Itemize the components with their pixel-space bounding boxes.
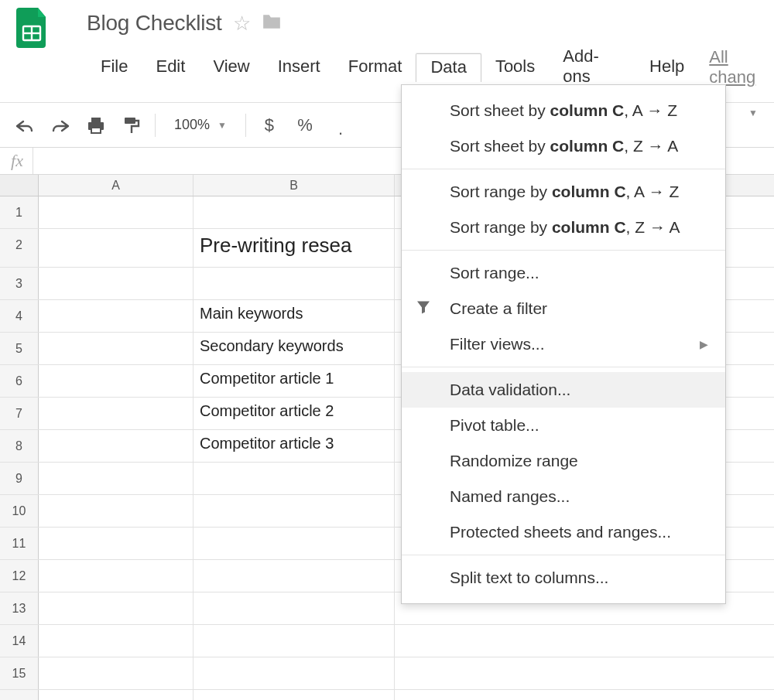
row-header[interactable]: 1 — [0, 196, 39, 228]
cell[interactable] — [194, 463, 395, 494]
row-header[interactable]: 7 — [0, 398, 39, 429]
cell-b2[interactable]: Pre-writing resea — [194, 229, 395, 267]
menu-separator — [402, 367, 725, 367]
menu-filter-views[interactable]: Filter views... ▶ — [402, 326, 725, 362]
row-header[interactable]: 8 — [0, 430, 39, 462]
document-title[interactable]: Blog Checklist — [87, 11, 222, 36]
row-header[interactable]: 12 — [0, 560, 39, 592]
logo-and-title-wrapper — [14, 9, 60, 46]
format-currency-button[interactable]: $ — [254, 111, 285, 139]
format-decimal-button[interactable]: . — [325, 111, 356, 139]
menu-sort-range-za[interactable]: Sort range by column C, Z → A — [402, 210, 725, 245]
menu-create-filter[interactable]: Create a filter — [402, 291, 725, 326]
cell[interactable] — [39, 495, 194, 527]
toolbar-overflow-button[interactable]: ▼ — [740, 99, 766, 127]
cell[interactable] — [194, 625, 395, 657]
menu-randomize-range[interactable]: Randomize range — [402, 443, 725, 479]
paint-format-button[interactable] — [116, 111, 147, 139]
row-header[interactable]: 9 — [0, 463, 39, 494]
menu-help[interactable]: Help — [635, 53, 698, 81]
cell[interactable] — [39, 560, 194, 592]
cell[interactable] — [194, 528, 395, 559]
cell[interactable] — [194, 592, 395, 624]
menu-sort-sheet-za[interactable]: Sort sheet by column C, Z → A — [402, 128, 725, 164]
cell[interactable] — [39, 365, 194, 397]
cell[interactable] — [194, 196, 395, 228]
cell[interactable] — [39, 229, 194, 267]
menu-data-validation[interactable]: Data validation... — [402, 372, 725, 408]
cell[interactable] — [39, 463, 194, 494]
menu-view[interactable]: View — [199, 53, 263, 81]
cell-b5[interactable]: Secondary keywords — [194, 333, 395, 364]
cell[interactable] — [194, 690, 395, 700]
chevron-down-icon: ▼ — [748, 108, 758, 118]
menu-separator — [402, 555, 725, 555]
zoom-value: 100% — [174, 117, 210, 133]
cell[interactable] — [39, 333, 194, 364]
menu-sort-range-az[interactable]: Sort range by column C, A → Z — [402, 174, 725, 210]
print-button[interactable] — [80, 111, 111, 139]
row-header[interactable]: 16 — [0, 690, 39, 700]
cell[interactable] — [39, 657, 194, 689]
undo-button[interactable] — [9, 111, 40, 139]
menu-format[interactable]: Format — [334, 53, 416, 81]
menu-edit[interactable]: Edit — [142, 53, 199, 81]
menu-sort-sheet-az[interactable]: Sort sheet by column C, A → Z — [402, 93, 725, 128]
menu-pivot-table[interactable]: Pivot table... — [402, 408, 725, 443]
menu-protected-sheets[interactable]: Protected sheets and ranges... — [402, 514, 725, 550]
cell-b6[interactable]: Competitor article 1 — [194, 365, 395, 397]
row-header[interactable]: 4 — [0, 300, 39, 332]
menu-named-ranges[interactable]: Named ranges... — [402, 479, 725, 514]
row-header[interactable]: 10 — [0, 495, 39, 527]
cell[interactable] — [39, 196, 194, 228]
cell-b8[interactable]: Competitor article 3 — [194, 430, 395, 462]
svg-rect-5 — [91, 128, 101, 133]
row-header[interactable]: 5 — [0, 333, 39, 364]
sheets-logo-icon[interactable] — [14, 9, 51, 46]
svg-rect-6 — [125, 118, 135, 124]
row-header[interactable]: 14 — [0, 625, 39, 657]
cell-b7[interactable]: Competitor article 2 — [194, 398, 395, 429]
format-percent-button[interactable]: % — [289, 111, 320, 139]
cell-b4[interactable]: Main keywords — [194, 300, 395, 332]
folder-icon[interactable] — [262, 13, 282, 33]
cell[interactable] — [39, 398, 194, 429]
column-header-b[interactable]: B — [194, 175, 395, 196]
cell[interactable] — [194, 657, 395, 689]
row-header[interactable]: 15 — [0, 657, 39, 689]
menu-separator — [402, 169, 725, 169]
cell[interactable] — [39, 430, 194, 462]
zoom-dropdown[interactable]: 100% ▼ — [163, 117, 238, 133]
menu-file[interactable]: File — [87, 53, 142, 81]
menu-split-text[interactable]: Split text to columns... — [402, 560, 725, 596]
menu-data[interactable]: Data — [416, 53, 481, 82]
cell[interactable] — [39, 528, 194, 559]
menu-sort-range[interactable]: Sort range... — [402, 255, 725, 291]
row-header[interactable]: 11 — [0, 528, 39, 559]
chevron-down-icon: ▼ — [217, 120, 227, 131]
fx-label: fx — [5, 151, 29, 171]
row-header[interactable]: 13 — [0, 592, 39, 624]
menu-insert[interactable]: Insert — [264, 53, 334, 81]
svg-rect-3 — [91, 118, 101, 122]
menu-separator — [402, 250, 725, 251]
row-header[interactable]: 3 — [0, 268, 39, 299]
column-header-a[interactable]: A — [39, 175, 194, 196]
redo-button[interactable] — [45, 111, 76, 139]
toolbar-separator — [155, 114, 156, 137]
row-header[interactable]: 2 — [0, 229, 39, 267]
cell[interactable] — [194, 495, 395, 527]
cell[interactable] — [194, 268, 395, 299]
save-status[interactable]: All chang — [709, 47, 774, 87]
row-header[interactable]: 6 — [0, 365, 39, 397]
cell[interactable] — [39, 300, 194, 332]
cell[interactable] — [39, 268, 194, 299]
select-all-corner[interactable] — [0, 175, 39, 196]
star-icon[interactable]: ☆ — [233, 13, 251, 33]
cell[interactable] — [194, 560, 395, 592]
cell[interactable] — [39, 625, 194, 657]
fx-separator — [33, 148, 33, 174]
menu-tools[interactable]: Tools — [481, 53, 549, 81]
cell[interactable] — [39, 592, 194, 624]
cell[interactable] — [39, 690, 194, 700]
